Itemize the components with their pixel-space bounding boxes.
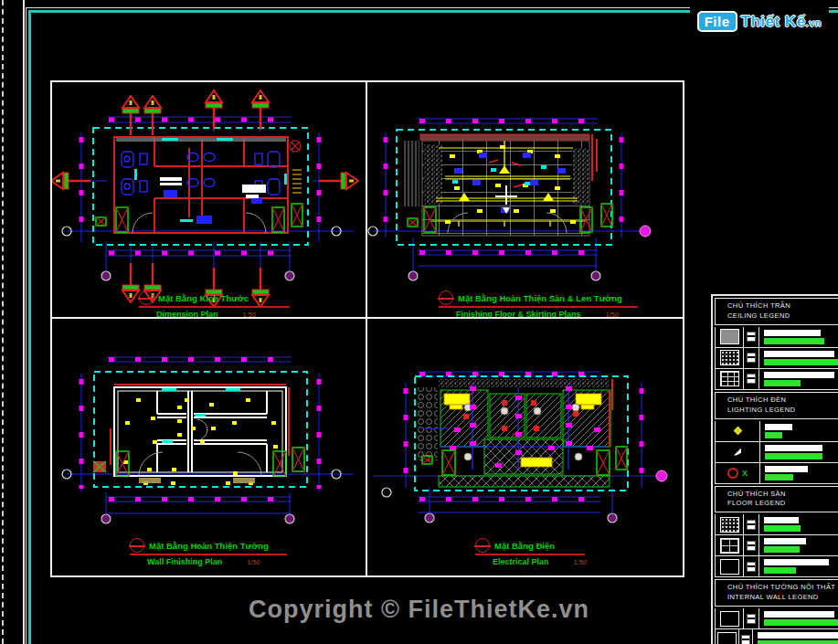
quadrant-floor-finishing-plan: Mặt Bằng Hoàn Thiện Sàn & Len Tường Fini… [367, 82, 683, 317]
speckle-swatch [720, 517, 739, 533]
tile-swatch [720, 538, 739, 554]
legend-swatch-cell [716, 327, 744, 347]
legend-row [715, 369, 838, 390]
connector-icon [744, 535, 759, 555]
legend-row [715, 327, 838, 348]
legend-row [715, 535, 838, 556]
legend-text-bars [760, 422, 838, 440]
sheet-frame-line [26, 7, 27, 644]
legend-swatch-cell [716, 348, 744, 368]
logo-folder-icon: File [697, 11, 737, 32]
connector-icon [744, 348, 759, 368]
logo-brand-text: Thiết Kế.vn [741, 13, 822, 31]
legend-panel: CHÚ THÍCH TRẦNCEILING LEGENDCHÚ THÍCH ĐÈ… [711, 294, 838, 644]
electrical-plan-drawing [367, 319, 683, 575]
wall-finishing-plan-title: Mặt Bằng Hoàn Thiện Tường Wall Finishing… [130, 538, 340, 566]
legend-sections: CHÚ THÍCH TRẦNCEILING LEGENDCHÚ THÍCH ĐÈ… [713, 298, 838, 644]
legend-swatch-cell [716, 369, 744, 389]
legend-text-bars [760, 464, 838, 482]
connector-icon [744, 327, 759, 347]
legend-text-bars [759, 536, 838, 554]
connector-icon [744, 556, 759, 576]
quadrant-wall-finishing-plan: Mặt Bằng Hoàn Thiện Tường Wall Finishing… [52, 319, 366, 575]
legend-text-bars [759, 370, 838, 388]
electrical-plan-title: Mặt Bằng Điện Electrical Plan1:50 [475, 538, 683, 566]
empty-swatch [720, 559, 739, 575]
brick-dash-swatch [720, 371, 739, 386]
empty-swatch [717, 632, 737, 644]
connector-icon [744, 514, 759, 534]
fan-red-x-green-icon: X [716, 463, 760, 483]
legend-text-bars [759, 349, 838, 367]
title-bubble-icon [130, 538, 144, 553]
drawing-viewport: Mặt Bằng Kích Thước Dimension Plan1:50 [50, 80, 684, 577]
legend-row [715, 629, 838, 644]
legend-row [715, 348, 838, 369]
title-bubble-icon [139, 290, 154, 305]
legend-swatch-cell [716, 535, 744, 555]
legend-text-bars [759, 557, 838, 575]
speckle-swatch [720, 350, 739, 365]
legend-row [715, 421, 838, 442]
wall-finishing-plan-drawing [52, 319, 366, 575]
connector-icon [744, 369, 759, 389]
quadrant-electrical-plan: Mặt Bằng Điện Electrical Plan1:50 [367, 319, 683, 575]
sheet-frame-cyan [28, 10, 31, 644]
legend-text-bars [760, 443, 838, 461]
legend-row [715, 556, 838, 577]
dimension-plan-title: Mặt Bằng Kích Thước Dimension Plan1:50 [139, 290, 349, 317]
legend-text-bars [753, 630, 838, 644]
legend-section-header-floor: CHÚ THÍCH SÀNFLOOR LEGEND [715, 486, 838, 513]
legend-swatch-cell [716, 556, 744, 576]
legend-swatch-cell [716, 514, 744, 534]
legend-section-header-ceiling: CHÚ THÍCH TRẦNCEILING LEGEND [715, 298, 838, 325]
lamp-white-icon [716, 442, 760, 462]
connector-icon [739, 629, 753, 644]
legend-text-bars [759, 515, 838, 533]
solid-gray-swatch [720, 329, 739, 344]
title-bubble-icon [475, 538, 490, 553]
dimension-plan-drawing [52, 82, 366, 317]
filethietke-logo[interactable]: File Thiết Kế.vn [690, 7, 829, 36]
legend-row [715, 442, 838, 463]
floor-finishing-plan-drawing [367, 82, 683, 317]
title-bubble-icon [439, 290, 453, 305]
quadrant-dimension-plan: Mặt Bằng Kích Thước Dimension Plan1:50 [52, 82, 366, 317]
floor-finishing-plan-title: Mặt Bằng Hoàn Thiện Sàn & Len Tường Fini… [439, 290, 649, 317]
sheet-edge-line [23, 0, 25, 644]
star-yellow-icon [716, 421, 760, 441]
sheet-edge-dashed-line [2, 0, 4, 644]
legend-text-bars [759, 328, 838, 346]
legend-row: X [715, 463, 838, 484]
legend-swatch-cell [716, 629, 739, 644]
legend-row [715, 514, 838, 535]
legend-section-header-lighting: CHÚ THÍCH ĐÈNLIGHTING LEGEND [715, 392, 838, 419]
copyright-watermark: Copyright © FileThietKe.vn [0, 596, 838, 624]
